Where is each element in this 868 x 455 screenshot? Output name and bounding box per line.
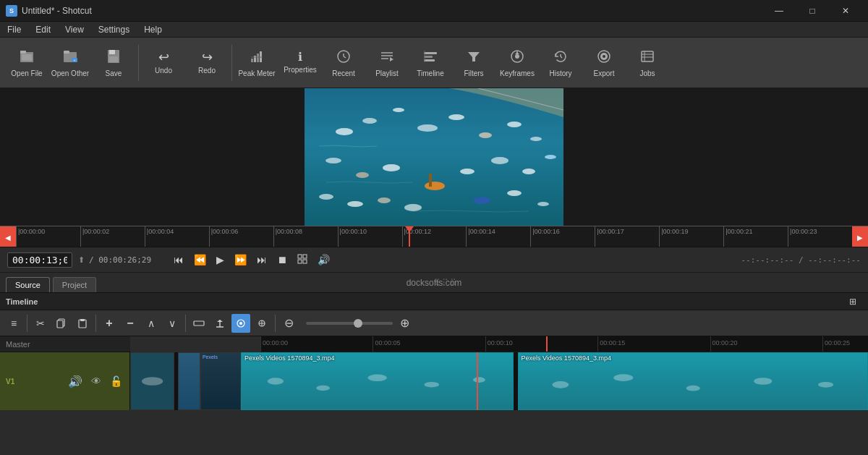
svg-rect-25 [424, 56, 433, 58]
remove-track-button[interactable]: − [121, 314, 140, 333]
v1-lock-button[interactable]: 🔓 [109, 374, 124, 388]
jobs-button[interactable]: Jobs [626, 41, 668, 85]
go-to-end-button[interactable]: ⏭ [253, 252, 271, 268]
go-to-start-button[interactable]: ⏮ [170, 252, 187, 268]
video-clip-2[interactable]: Pexels Videos 1570894_3.mp4 [241, 352, 514, 410]
playlist-button[interactable]: Playlist [366, 41, 408, 85]
redo-button[interactable]: ↪ Redo [186, 41, 228, 85]
svg-line-34 [561, 56, 562, 58]
video-clip-1b[interactable] [178, 352, 200, 410]
svg-point-65 [507, 190, 522, 196]
timeline-expand-button[interactable]: ⊞ [843, 292, 862, 311]
undo-button[interactable]: ↩ Undo [142, 41, 184, 85]
maximize-button[interactable]: □ [796, 0, 829, 22]
properties-icon: ℹ [298, 51, 302, 63]
timeline-menu-button[interactable]: ≡ [4, 314, 23, 333]
svg-point-50 [530, 137, 542, 141]
timecode-spinner[interactable]: ⬆ [78, 255, 85, 265]
undo-icon: ↩ [158, 51, 169, 64]
timeline-ruler[interactable]: ◀ |00:00:00 |00:00:02 |00:00:04 |00:00:0… [0, 226, 868, 247]
fast-forward-button[interactable]: ⏩ [231, 252, 250, 268]
v1-audio-button[interactable]: 🔊 [67, 373, 84, 390]
keyframes-button[interactable]: Keyframes [496, 41, 538, 85]
video-preview[interactable] [305, 88, 563, 226]
export-button[interactable]: Export [583, 41, 625, 85]
svg-point-58 [522, 169, 535, 174]
lift-button[interactable]: ∧ [142, 314, 161, 333]
stop-button[interactable]: ⏹ [273, 252, 291, 268]
clip-only-button[interactable] [190, 314, 208, 333]
master-mark-0: 00:00:00 [260, 336, 288, 352]
menu-edit[interactable]: Edit [28, 23, 58, 36]
open-file-label: Open File [11, 69, 42, 77]
svg-rect-69 [298, 260, 302, 263]
video-clip-1c[interactable]: Pexels [200, 352, 241, 410]
ripple-button[interactable] [231, 314, 250, 333]
timeline-button[interactable]: Timeline [409, 41, 451, 85]
properties-button[interactable]: ℹ Properties [279, 41, 321, 85]
svg-point-94 [754, 378, 772, 385]
svg-point-85 [142, 377, 163, 386]
svg-text:S: S [9, 7, 14, 14]
copy-button[interactable] [52, 314, 71, 333]
zoom-slider[interactable] [306, 322, 393, 325]
clip-2-label: Pexels Videos 1570894_3.mp4 [244, 354, 334, 362]
svg-point-66 [537, 202, 549, 206]
play-button[interactable]: ▶ [213, 252, 228, 268]
svg-point-64 [473, 197, 490, 204]
tab-source[interactable]: Source [6, 277, 50, 292]
cut-button[interactable]: ✂ [31, 314, 50, 333]
video-clip-3[interactable]: Pexels Videos 1570894_3.mp4 [518, 352, 869, 410]
master-mark-4: 00:00:20 [710, 336, 738, 352]
menu-help[interactable]: Help [137, 23, 169, 36]
zoom-in-button[interactable]: ⊕ [395, 314, 414, 333]
svg-point-61 [347, 201, 363, 207]
menu-view[interactable]: View [58, 23, 91, 36]
ripple-markers-button[interactable] [252, 314, 271, 333]
minimize-button[interactable]: — [762, 0, 796, 22]
save-button[interactable]: Save [93, 41, 135, 85]
playhead-arrow [405, 226, 414, 232]
peak-meter-icon [249, 48, 265, 67]
keyframes-icon [509, 48, 525, 67]
menu-settings[interactable]: Settings [91, 23, 137, 36]
menu-file[interactable]: File [0, 23, 28, 36]
master-mark-1: 00:00:05 [373, 336, 400, 352]
clip-1c-label: Pexels [203, 354, 218, 360]
ruler-mark: |00:00:19 [659, 226, 723, 247]
tracks-container: Master 00:00:00 00:00:05 00:00:10 00:00:… [0, 336, 868, 410]
ruler-mark: |00:00:06 [209, 226, 273, 247]
overwrite-button[interactable]: ∨ [163, 314, 182, 333]
history-button[interactable]: History [540, 41, 582, 85]
filters-button[interactable]: Filters [453, 41, 495, 85]
open-file-button[interactable]: Open File [6, 41, 48, 85]
paste-button[interactable] [73, 314, 92, 333]
ruler-mark: |00:00:02 [80, 226, 145, 247]
master-timeline: 00:00:00 00:00:05 00:00:10 00:00:15 00:0… [260, 336, 868, 352]
timecode-input[interactable]: 00:00:13;03 [7, 252, 72, 268]
v1-timeline[interactable]: Pexels Pexels Videos 1570894_3.mp4 Pe [130, 352, 868, 410]
close-button[interactable]: ✕ [829, 0, 862, 22]
toggle-grid-button[interactable] [294, 252, 311, 268]
v1-eye-button[interactable]: 👁 [90, 374, 103, 388]
svg-point-95 [817, 382, 833, 388]
timeline-header: Timeline ⊞ [0, 293, 868, 310]
recent-icon [336, 48, 352, 67]
playhead[interactable] [409, 226, 410, 247]
recent-button[interactable]: Recent [323, 41, 365, 85]
peak-meter-button[interactable]: Peak Meter [236, 41, 278, 85]
open-other-button[interactable]: + Open Other [49, 41, 91, 85]
svg-point-89 [424, 382, 439, 388]
rewind-button[interactable]: ⏪ [190, 252, 210, 268]
tab-project[interactable]: Project [53, 277, 96, 292]
properties-label: Properties [284, 66, 317, 74]
add-track-button[interactable]: + [100, 314, 119, 333]
titlebar: S Untitled* - Shotcut — □ ✕ [0, 0, 868, 22]
svg-rect-14 [257, 54, 259, 62]
volume-button[interactable]: 🔊 [314, 252, 333, 268]
zoom-thumb[interactable] [354, 319, 362, 328]
video-clip-1a[interactable] [130, 352, 174, 410]
zoom-out-button[interactable]: ⊖ [279, 314, 298, 333]
snap-button[interactable] [210, 314, 229, 333]
svg-rect-38 [642, 51, 653, 61]
